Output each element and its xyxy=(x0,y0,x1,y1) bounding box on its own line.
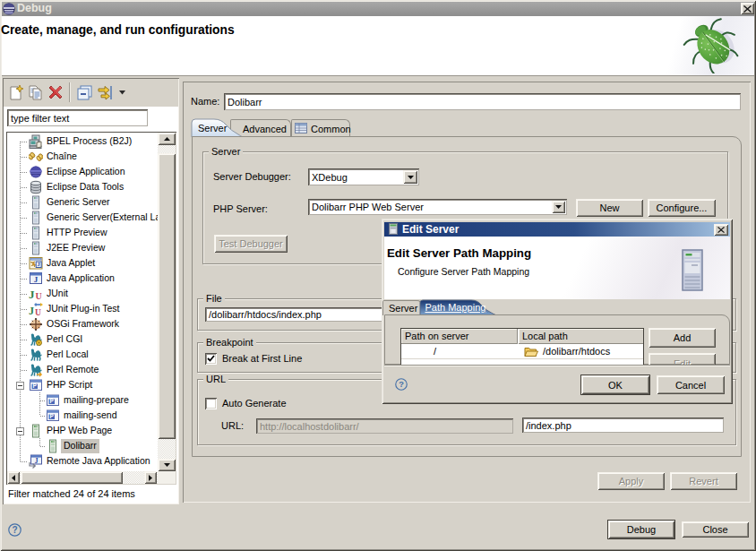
svg-text:P: P xyxy=(50,413,55,419)
svg-text:J: J xyxy=(35,457,39,465)
svg-text:J: J xyxy=(34,275,39,284)
svg-text:U: U xyxy=(36,291,42,301)
svg-text:J: J xyxy=(29,288,35,301)
svg-text:J: J xyxy=(29,305,34,316)
svg-text:?: ? xyxy=(12,525,17,535)
svg-text:Path Mapping: Path Mapping xyxy=(425,302,486,313)
svg-text:Server: Server xyxy=(198,123,228,133)
svg-text:P: P xyxy=(33,383,38,389)
svg-text:P: P xyxy=(50,398,55,404)
svg-text:U: U xyxy=(35,308,41,316)
svg-text:?: ? xyxy=(399,380,404,389)
